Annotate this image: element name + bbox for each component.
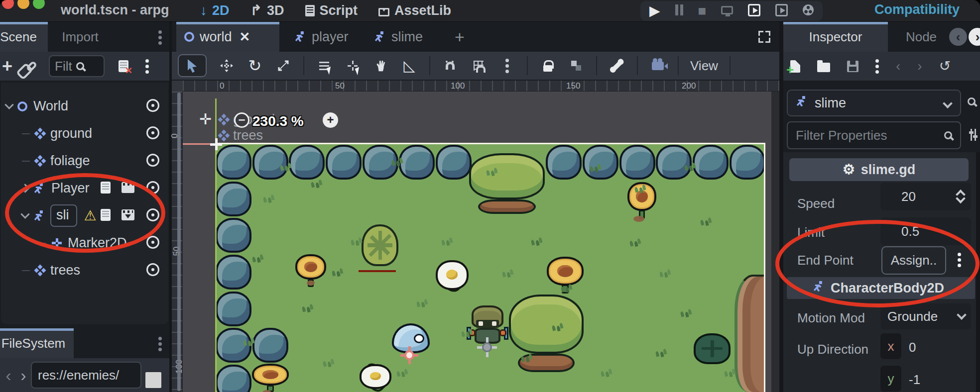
tool-pan[interactable] (372, 54, 389, 77)
scene-tab-player[interactable]: player (286, 22, 356, 52)
zoom-out-button[interactable]: − (234, 112, 249, 128)
tool-grid-snap[interactable] (470, 54, 487, 77)
renderer-select[interactable]: Compatibility (874, 2, 960, 17)
visibility-toggle[interactable] (146, 99, 159, 114)
movie-mode-button[interactable] (803, 4, 814, 17)
scene-instance-down-badge[interactable] (122, 209, 134, 222)
remote-debug-button[interactable] (721, 6, 733, 16)
scene-tree-foliage-node[interactable]: foliage (1, 147, 168, 175)
tool-move[interactable] (218, 54, 235, 77)
tool-snap-target[interactable] (344, 54, 361, 77)
scene-tab-slime[interactable]: slime (366, 22, 436, 52)
zoom-reset-button[interactable]: 230.3 % (252, 113, 304, 129)
scene-tree-sli-node[interactable]: sli⚠ (1, 202, 168, 229)
open-docs-icon[interactable] (968, 98, 976, 105)
new-resource-icon[interactable] (790, 60, 800, 73)
pause-button[interactable] (675, 4, 683, 17)
tree-collapse-icon[interactable] (20, 209, 29, 218)
tool-group[interactable] (568, 54, 585, 77)
scene-dock-menu-icon[interactable] (158, 30, 162, 45)
tool-lock[interactable] (539, 54, 556, 77)
tool-rotate[interactable]: ↻ (246, 54, 263, 77)
tool-select[interactable] (178, 54, 207, 77)
new-scene-tab-button[interactable]: + (447, 22, 472, 52)
stop-button[interactable]: ■ (698, 4, 707, 18)
center-view-icon[interactable]: ✛ (199, 110, 212, 128)
load-resource-icon[interactable] (817, 63, 830, 72)
scene-instance-badge[interactable] (122, 182, 134, 195)
play-button[interactable]: ▶ (649, 4, 660, 18)
traffic-light-zoom[interactable] (33, 0, 45, 9)
filesystem-menu-icon[interactable] (158, 337, 162, 351)
object-history-icon[interactable]: ↺ (939, 59, 951, 73)
script-badge[interactable] (101, 182, 111, 196)
end-point-assign-button[interactable]: Assign.. (881, 246, 946, 275)
visibility-toggle[interactable] (146, 126, 159, 141)
traffic-light-close[interactable] (2, 0, 14, 9)
play-custom-scene-button[interactable] (775, 4, 788, 18)
end-point-menu-icon[interactable] (958, 253, 961, 267)
scene-tree-marker2d-node[interactable]: Marker2D (1, 229, 168, 257)
instance-scene-icon[interactable] (26, 60, 38, 72)
fs-path-input[interactable]: res://enemies/ (31, 362, 141, 389)
viewport-canvas[interactable]: ground trees ✛ − 230.3 % + (183, 92, 779, 392)
script-heading[interactable]: ⚙ slime.gd (789, 158, 969, 181)
inspector-scrollbar[interactable] (976, 152, 980, 392)
scene-tree-trees-node[interactable]: trees (1, 257, 168, 284)
tree-collapse-icon[interactable] (4, 100, 13, 109)
tree-expand-icon[interactable] (20, 184, 29, 193)
tab-node[interactable]: Node (894, 22, 949, 52)
scene-filter-input[interactable]: Filt (49, 55, 105, 77)
view-menu[interactable]: View (690, 58, 718, 74)
warning-icon[interactable]: ⚠ (84, 209, 97, 223)
tool-menu-dots[interactable] (498, 54, 515, 77)
screen-button-script[interactable]: Script (305, 3, 358, 18)
screen-button-2d[interactable]: ↓2D (200, 3, 230, 18)
screen-button-assetlib[interactable]: AssetLib (378, 3, 451, 18)
tab-import[interactable]: Import (53, 22, 108, 52)
viewport-vertical-scrollbar[interactable] (177, 93, 181, 391)
motion-mode-dropdown[interactable]: Grounde (880, 303, 971, 329)
visibility-toggle[interactable] (146, 236, 159, 251)
limit-value-field[interactable]: 0.5 (880, 217, 971, 245)
detach-script-icon[interactable] (119, 60, 128, 72)
tool-smart-snap[interactable] (442, 54, 459, 77)
play-scene-button[interactable] (748, 4, 760, 18)
visibility-toggle[interactable] (146, 208, 159, 223)
ruler-top[interactable]: 050100150200 (183, 81, 779, 92)
zoom-in-button[interactable]: + (323, 112, 338, 128)
script-badge[interactable] (101, 209, 111, 223)
edit-back-icon[interactable]: ‹ (896, 59, 900, 73)
up-direction-y-value[interactable]: -1 (909, 372, 920, 388)
visibility-toggle[interactable] (146, 154, 159, 169)
tool-list-select[interactable] (316, 54, 333, 77)
history-forward-icon[interactable]: › (969, 28, 980, 46)
history-back-icon[interactable]: ‹ (949, 28, 967, 46)
save-resource-icon[interactable] (847, 61, 858, 72)
tool-bone[interactable] (609, 54, 625, 77)
viewport-right-scroll-track[interactable] (771, 92, 779, 392)
filter-properties-input[interactable]: Filter Properties (787, 121, 961, 149)
tool-measure[interactable]: ◺ (401, 54, 418, 77)
node-rename-input[interactable]: sli (50, 204, 77, 227)
fs-forward-icon[interactable]: › (16, 366, 31, 385)
visibility-toggle[interactable] (146, 263, 159, 278)
property-tools-icon[interactable] (969, 129, 978, 141)
traffic-light-minimize[interactable] (17, 0, 29, 9)
fs-back-icon[interactable]: ‹ (1, 366, 16, 385)
tool-scale[interactable] (275, 54, 292, 77)
scene-tree-world-node[interactable]: World (1, 93, 168, 120)
scene-tab-world[interactable]: world✕ (176, 22, 279, 52)
scene-toolbar-menu-icon[interactable] (145, 59, 149, 74)
screen-button-3d[interactable]: ↱3D (250, 3, 284, 18)
scene-tree-player-node[interactable]: Player (1, 175, 168, 202)
tab-filesystem[interactable]: FileSystem (0, 328, 74, 358)
fs-toggle-split-icon[interactable] (145, 372, 161, 388)
add-node-icon[interactable]: + (2, 57, 12, 75)
visibility-toggle[interactable] (146, 181, 159, 196)
section-character-body[interactable]: CharacterBody2D (787, 277, 975, 299)
resource-menu-icon[interactable] (875, 59, 879, 74)
close-icon[interactable]: ✕ (240, 29, 250, 45)
tab-scene[interactable]: Scene (0, 22, 48, 52)
spinner-icon[interactable] (956, 190, 964, 203)
